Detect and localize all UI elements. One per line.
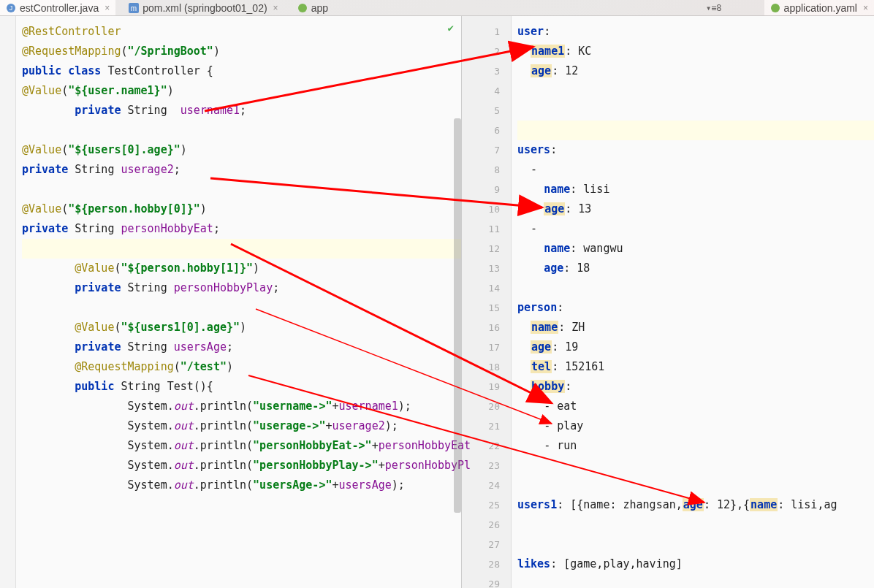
tab-label: app bbox=[311, 2, 328, 14]
code-line[interactable]: name: ZH bbox=[517, 318, 874, 337]
code-line[interactable]: @Value("${person.hobby[1]}") bbox=[22, 259, 461, 278]
line-number: 13 bbox=[462, 259, 500, 278]
code-line[interactable]: users: bbox=[517, 140, 874, 160]
tab-overflow[interactable]: ▾≡8 bbox=[706, 3, 722, 13]
code-line[interactable]: person: bbox=[517, 298, 874, 318]
code-line[interactable]: public String Test(){ bbox=[22, 377, 461, 397]
code-line[interactable]: - bbox=[517, 160, 874, 180]
java-file-icon: J bbox=[6, 3, 16, 13]
code-line[interactable]: users1: [{name: zhangsan,age: 12},{name:… bbox=[517, 495, 874, 515]
code-line[interactable]: @Value("${user.name1}") bbox=[22, 81, 461, 101]
code-line[interactable] bbox=[22, 239, 461, 259]
spring-file-icon bbox=[297, 3, 308, 13]
line-number: 2 bbox=[462, 42, 500, 61]
tab-testcontroller[interactable]: J estController.java × bbox=[0, 0, 115, 15]
code-line[interactable]: likes: [game,play,having] bbox=[517, 554, 874, 574]
spring-file-icon bbox=[770, 3, 780, 13]
code-line[interactable]: - bbox=[517, 219, 874, 239]
code-line[interactable]: age: 19 bbox=[517, 337, 874, 357]
line-number: 3 bbox=[462, 61, 500, 81]
code-line[interactable]: name1: KC bbox=[517, 42, 874, 61]
code-line[interactable]: age: 13 bbox=[517, 199, 874, 219]
tab-app-left[interactable]: app bbox=[292, 0, 334, 15]
code-line[interactable]: System.out.println("userage->"+userage2)… bbox=[22, 416, 461, 436]
line-number: 18 bbox=[462, 357, 500, 377]
scrollbar-vertical[interactable] bbox=[454, 118, 461, 513]
code-line[interactable]: System.out.println("personHobbyPlay->"+p… bbox=[22, 456, 461, 476]
code-line[interactable]: public class TestController { bbox=[22, 61, 461, 81]
maven-file-icon: m bbox=[129, 3, 139, 13]
code-line[interactable] bbox=[22, 121, 461, 140]
code-line[interactable]: name: lisi bbox=[517, 180, 874, 199]
code-line[interactable]: private String personHobbyEat; bbox=[22, 219, 461, 239]
close-icon[interactable]: × bbox=[863, 3, 868, 13]
yaml-code-area[interactable]: user: name1: KC age: 12users: - name: li… bbox=[512, 16, 874, 588]
code-line[interactable]: user: bbox=[517, 22, 874, 42]
analysis-ok-icon: ✔ bbox=[448, 22, 454, 34]
code-line[interactable]: @RestController bbox=[22, 22, 461, 42]
code-line[interactable]: private String userage2; bbox=[22, 160, 461, 180]
line-number: 15 bbox=[462, 298, 500, 318]
code-line[interactable] bbox=[517, 456, 874, 476]
code-line[interactable]: private String usersAge; bbox=[22, 337, 461, 357]
line-number: 6 bbox=[462, 121, 500, 140]
code-line[interactable]: @RequestMapping("/test") bbox=[22, 357, 461, 377]
code-line[interactable] bbox=[517, 574, 874, 588]
line-number: 12 bbox=[462, 239, 500, 259]
java-code-area[interactable]: @RestController@RequestMapping("/SpringB… bbox=[0, 16, 461, 495]
line-number-gutter: 1234567891011121314151617181920212223242… bbox=[462, 16, 512, 588]
line-number: 21 bbox=[462, 416, 500, 436]
code-line[interactable] bbox=[517, 535, 874, 554]
line-number: 1 bbox=[462, 22, 500, 42]
code-line[interactable]: hobby: bbox=[517, 377, 874, 397]
code-line[interactable]: tel: 152161 bbox=[517, 357, 874, 377]
line-number: 25 bbox=[462, 495, 500, 515]
line-number: 9 bbox=[462, 180, 500, 199]
line-number: 7 bbox=[462, 140, 500, 160]
svg-text:J: J bbox=[10, 4, 13, 12]
yaml-editor[interactable]: 1234567891011121314151617181920212223242… bbox=[462, 16, 874, 588]
line-number: 26 bbox=[462, 515, 500, 535]
code-line[interactable]: - play bbox=[517, 416, 874, 436]
fold-gutter bbox=[0, 16, 16, 588]
code-line[interactable]: System.out.println("personHobbyEat->"+pe… bbox=[22, 436, 461, 456]
editor-tabs: J estController.java × m pom.xml (spring… bbox=[0, 0, 874, 16]
line-number: 27 bbox=[462, 535, 500, 554]
line-number: 11 bbox=[462, 219, 500, 239]
code-line[interactable] bbox=[22, 180, 461, 199]
code-line[interactable]: System.out.println("usersAge->"+usersAge… bbox=[22, 476, 461, 495]
code-line[interactable]: name: wangwu bbox=[517, 239, 874, 259]
code-line[interactable]: - eat bbox=[517, 397, 874, 416]
code-line[interactable] bbox=[517, 101, 874, 121]
line-number: 24 bbox=[462, 476, 500, 495]
tab-label: application.yaml bbox=[784, 2, 857, 14]
code-line[interactable] bbox=[517, 476, 874, 495]
code-line[interactable] bbox=[517, 81, 874, 101]
tab-label: estController.java bbox=[20, 2, 99, 14]
tab-label: pom.xml (springboot01_02) bbox=[142, 2, 267, 14]
code-line[interactable] bbox=[517, 121, 874, 140]
line-number: 20 bbox=[462, 397, 500, 416]
line-number: 14 bbox=[462, 278, 500, 298]
java-editor[interactable]: ✔ @RestController@RequestMapping("/Sprin… bbox=[0, 16, 462, 588]
code-line[interactable]: private String username1; bbox=[22, 101, 461, 121]
code-line[interactable]: @Value("${users[0].age}") bbox=[22, 140, 461, 160]
line-number: 10 bbox=[462, 199, 500, 219]
code-line[interactable]: age: 18 bbox=[517, 259, 874, 278]
code-line[interactable]: System.out.println("username->"+username… bbox=[22, 397, 461, 416]
code-line[interactable] bbox=[517, 278, 874, 298]
close-icon[interactable]: × bbox=[104, 3, 110, 13]
code-line[interactable]: @RequestMapping("/SpringBoot") bbox=[22, 42, 461, 61]
tab-application-yaml[interactable]: application.yaml × bbox=[764, 0, 874, 15]
tab-pom[interactable]: m pom.xml (springboot01_02) × bbox=[123, 0, 284, 15]
close-icon[interactable]: × bbox=[273, 3, 278, 13]
code-line[interactable]: private String personHobbyPlay; bbox=[22, 278, 461, 298]
code-line[interactable] bbox=[22, 298, 461, 318]
code-line[interactable] bbox=[517, 515, 874, 535]
code-line[interactable]: - run bbox=[517, 436, 874, 456]
svg-point-4 bbox=[298, 4, 307, 12]
code-line[interactable]: @Value("${users1[0].age}") bbox=[22, 318, 461, 337]
code-line[interactable]: @Value("${person.hobby[0]}") bbox=[22, 199, 461, 219]
code-line[interactable]: age: 12 bbox=[517, 61, 874, 81]
svg-point-5 bbox=[771, 4, 780, 12]
